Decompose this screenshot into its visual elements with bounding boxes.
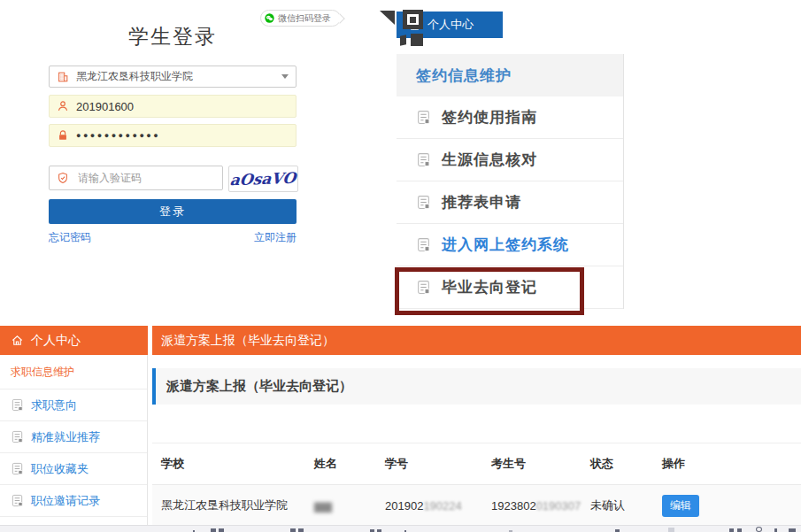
menu-item-sign-guide[interactable]: 签约使用指南 — [397, 96, 623, 139]
document-icon — [11, 494, 24, 507]
taskbar-strip — [0, 525, 801, 532]
menu-item-online-sign-system[interactable]: 进入网上签约系统 — [397, 224, 623, 266]
sidebar-item-invitation-records[interactable]: 职位邀请记录 — [0, 485, 147, 517]
document-icon — [416, 110, 431, 125]
menu-item-graduation-destination[interactable]: 毕业去向登记 — [397, 266, 623, 309]
wechat-icon — [265, 13, 274, 23]
sign-menu: 签约信息维护 签约使用指南 生源信息核对 推荐表申请 进入网上签约系统 毕业去向… — [397, 54, 624, 309]
column-header-exam-id: 考生号 — [491, 456, 590, 472]
cell-exam-id: 19238020190307 — [491, 499, 590, 513]
document-icon — [416, 280, 431, 295]
school-select[interactable]: 黑龙江农垦科技职业学院 — [49, 66, 297, 88]
sidebar-item-label: 精准就业推荐 — [31, 429, 100, 445]
menu-item-label: 进入网上签约系统 — [442, 235, 569, 255]
building-icon — [57, 71, 69, 83]
column-header-name: 姓名 — [314, 456, 385, 472]
wechat-login-badge[interactable]: 微信扫码登录 — [260, 10, 341, 27]
badge-pointer — [335, 13, 344, 23]
login-links: 忘记密码 立即注册 — [49, 230, 297, 245]
menu-section-header: 签约信息维护 — [397, 54, 623, 96]
personal-center-label: 个人中心 — [427, 17, 474, 33]
cell-student-id: 201902190224 — [385, 499, 491, 513]
home-icon — [11, 334, 24, 347]
taskbar-fragment — [729, 528, 734, 532]
username-value: 201901600 — [76, 100, 134, 113]
sidebar-body: 求职信息维护 求职意向 精准就业推荐 职位收藏夹 职位邀请记录 — [0, 355, 148, 526]
sidebar-section-label: 求职信息维护 — [0, 355, 147, 389]
qr-code-corner[interactable] — [380, 10, 426, 51]
qr-finder-pattern — [403, 10, 423, 29]
menu-item-label: 签约使用指南 — [442, 107, 537, 127]
panel-accent-bar — [152, 368, 156, 405]
cell-name-masked: ▆▆ — [314, 499, 385, 513]
taskbar-fragment — [219, 528, 224, 532]
sidebar-item-label: 职位邀请记录 — [31, 493, 100, 509]
captcha-image[interactable]: aOsaVO — [228, 166, 298, 192]
table-row: 黑龙江农垦科技职业学院 ▆▆ 201902190224 192380201903… — [152, 484, 801, 526]
sidebar-item-job-favorites[interactable]: 职位收藏夹 — [0, 453, 147, 485]
shield-check-icon — [57, 172, 69, 184]
taskbar-fragment — [298, 528, 304, 532]
sidebar-item-job-intention[interactable]: 求职意向 — [0, 389, 147, 421]
login-title: 学生登录 — [49, 23, 297, 50]
sidebar-header-label: 个人中心 — [31, 333, 81, 349]
chevron-down-icon — [281, 74, 289, 79]
taskbar-fragment — [290, 528, 296, 532]
password-field[interactable]: ●●●●●●●●●●●● — [49, 124, 297, 147]
column-header-action: 操作 — [662, 456, 715, 472]
username-field[interactable]: 201901600 — [49, 95, 297, 118]
panel-title: 派遣方案上报（毕业去向登记） — [166, 378, 352, 395]
qr-fragment — [411, 34, 423, 46]
document-icon — [416, 195, 431, 210]
column-header-school: 学校 — [161, 456, 314, 472]
sidebar-item-precise-recommendation[interactable]: 精准就业推荐 — [0, 421, 147, 453]
edit-button[interactable]: 编辑 — [662, 495, 699, 517]
taskbar-fragment — [789, 528, 796, 532]
sidebar-header[interactable]: 个人中心 — [0, 326, 148, 355]
portal-section: 个人中心 求职信息维护 求职意向 精准就业推荐 职位收藏夹 职 — [0, 321, 801, 526]
page-title-bar: 派遣方案上报（毕业去向登记） — [152, 326, 801, 355]
cell-action: 编辑 — [662, 495, 715, 517]
column-header-status: 状态 — [590, 456, 662, 472]
taskbar-fragment — [737, 528, 742, 532]
school-select-value: 黑龙江农垦科技职业学院 — [76, 69, 193, 84]
captcha-code-text: aOsaVO — [229, 169, 297, 189]
taskbar-fragment — [211, 528, 216, 532]
portal-main: 派遣方案上报（毕业去向登记） 派遣方案上报（毕业去向登记） 学校 姓名 学号 考… — [152, 321, 801, 526]
document-icon — [11, 462, 24, 475]
taskbar-fragment — [756, 527, 762, 532]
document-icon — [416, 152, 431, 167]
document-icon — [11, 430, 24, 443]
cell-status: 未确认 — [590, 497, 662, 513]
taskbar-fragment — [668, 528, 674, 532]
wechat-login-label: 微信扫码登录 — [278, 12, 331, 25]
qr-fragment — [380, 11, 395, 25]
login-panel: 微信扫码登录 学生登录 黑龙江农垦科技职业学院 201901600 ●●●●●●… — [49, 0, 297, 266]
forgot-password-link[interactable]: 忘记密码 — [49, 230, 91, 245]
qr-fragment — [400, 35, 406, 45]
menu-item-label: 推荐表申请 — [442, 192, 521, 212]
document-icon — [416, 237, 431, 252]
sidebar-item-label: 职位收藏夹 — [31, 461, 89, 477]
table-header-row: 学校 姓名 学号 考生号 状态 操作 — [152, 443, 801, 484]
menu-item-recommendation-form[interactable]: 推荐表申请 — [397, 181, 623, 224]
menu-item-label: 生源信息核对 — [442, 150, 537, 170]
password-value: ●●●●●●●●●●●● — [76, 131, 160, 140]
register-link[interactable]: 立即注册 — [254, 230, 297, 245]
panel-header: 派遣方案上报（毕业去向登记） — [152, 368, 801, 405]
page: 微信扫码登录 学生登录 黑龙江农垦科技职业学院 201901600 ●●●●●●… — [0, 0, 801, 532]
cell-school: 黑龙江农垦科技职业学院 — [161, 497, 314, 513]
captcha-input-wrap — [49, 166, 223, 190]
document-icon — [11, 398, 24, 412]
menu-item-label: 毕业去向登记 — [442, 277, 537, 297]
lock-icon — [57, 129, 69, 142]
login-button[interactable]: 登录 — [49, 199, 297, 224]
dispatch-table: 学校 姓名 学号 考生号 状态 操作 黑龙江农垦科技职业学院 ▆▆ 201902… — [152, 443, 801, 526]
sidebar-item-label: 求职意向 — [31, 397, 77, 413]
column-header-student-id: 学号 — [385, 456, 491, 472]
captcha-input[interactable] — [76, 171, 186, 185]
person-icon — [57, 100, 69, 112]
taskbar-fragment — [774, 528, 777, 532]
portal-sidebar: 个人中心 求职信息维护 求职意向 精准就业推荐 职位收藏夹 职 — [0, 321, 148, 526]
menu-item-origin-check[interactable]: 生源信息核对 — [397, 139, 623, 181]
